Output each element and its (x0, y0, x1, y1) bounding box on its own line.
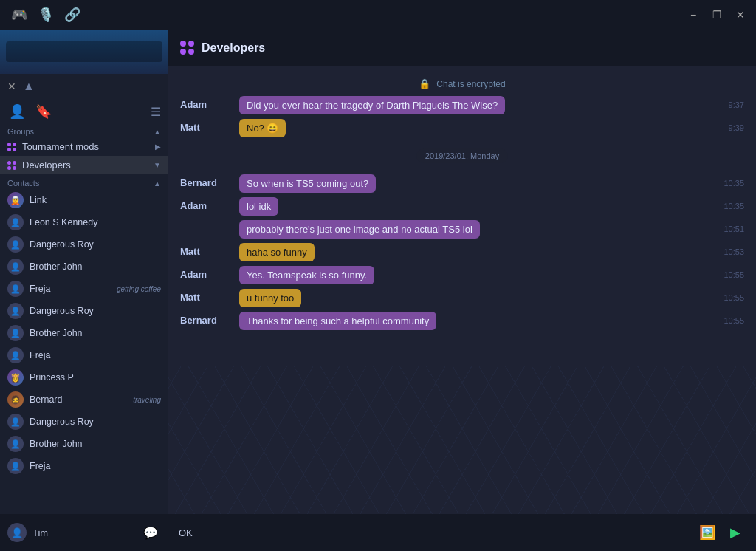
contact-name-brother-john-1: Brother John (30, 261, 83, 272)
close-icon[interactable]: ✕ (7, 81, 16, 92)
contact-item-brother-john-3[interactable]: 👤 Brother John (0, 433, 168, 455)
dot1 (180, 41, 186, 47)
msg-time: 10:51 (707, 220, 744, 233)
self-avatar: 👤 (7, 523, 27, 542)
app-icon-3[interactable]: 🔗 (62, 4, 83, 25)
msg-bubble: probably there's just one image and no a… (239, 220, 480, 239)
group-name-developers: Developers (22, 160, 71, 171)
collapse-icon-2: ▼ (154, 161, 161, 169)
contact-name-leon: Leon S Kennedy (30, 217, 97, 227)
search-input[interactable] (6, 41, 162, 62)
maximize-button[interactable]: ❐ (710, 8, 724, 21)
msg-time: 10:35 (707, 197, 744, 211)
avatar-leon: 👤 (7, 214, 24, 230)
contact-item-leon[interactable]: 👤 Leon S Kennedy (0, 211, 168, 233)
sidebar: ✕ ▲ 👤 🔖 ☰ Groups ▲ Tournament mods ▶ (0, 30, 168, 551)
contacts-chevron-icon[interactable]: ▲ (154, 179, 161, 188)
minimize-button[interactable]: − (687, 8, 700, 21)
app-icon-1[interactable]: 🎮 (9, 4, 30, 25)
groups-label: Groups (7, 127, 34, 136)
msg-content: Yes. Teamspeak is so funny. (239, 266, 707, 284)
avatar-dangerous-roy-2: 👤 (7, 303, 24, 319)
sidebar-list: Tournament mods ▶ Developers ▼ Contacts … (0, 137, 168, 514)
titlebar: 🎮 🎙️ 🔗 − ❐ ✕ (0, 0, 756, 30)
contact-name-brother-john-2: Brother John (30, 328, 83, 338)
close-button[interactable]: ✕ (734, 8, 747, 21)
msg-content: Thanks for being such a helpful communit… (239, 312, 707, 330)
contact-item-link[interactable]: 🧝 Link (0, 189, 168, 211)
msg-content: probably there's just one image and no a… (239, 220, 707, 239)
contact-name-freja-3: Freja (30, 461, 50, 471)
sidebar-icon-row: 👤 🔖 ☰ (0, 99, 168, 124)
chat-title: Developers (202, 41, 265, 55)
contact-name-dangerous-roy-3: Dangerous Roy (30, 417, 94, 427)
encrypted-notice: 🔒 Chat is encrypted (168, 74, 756, 94)
titlebar-app-icons: 🎮 🎙️ 🔗 (9, 4, 83, 25)
msg-sender-matt-3: Matt (180, 289, 239, 303)
msg-bubble: u funny too (239, 289, 301, 307)
table-row: Adam lol idk 10:35 (168, 195, 756, 218)
contact-item-freja-3[interactable]: 👤 Freja (0, 455, 168, 477)
msg-content: No? 😄 (239, 119, 707, 137)
menu-icon[interactable]: ☰ (151, 105, 161, 119)
contact-item-brother-john-2[interactable]: 👤 Brother John (0, 322, 168, 344)
table-row: Matt No? 😄 9:39 (168, 117, 756, 140)
contact-name-freja-2: Freja (30, 350, 50, 360)
chat-input-area: 🖼️ ▶ (168, 514, 756, 551)
freja-status-1: getting coffee (117, 285, 161, 293)
avatar-dangerous-roy-3: 👤 (7, 414, 24, 430)
contact-item-dangerous-roy-2[interactable]: 👤 Dangerous Roy (0, 300, 168, 322)
msg-content: So when is TS5 coming out? (239, 174, 707, 193)
msg-content: lol idk (239, 197, 707, 216)
chat-input[interactable] (179, 527, 690, 538)
contact-item-bernard[interactable]: 🧔 Bernard traveling (0, 389, 168, 411)
sidebar-item-developers[interactable]: Developers ▼ (0, 156, 168, 174)
msg-sender-adam-2: Adam (180, 197, 239, 211)
contact-name-bernard: Bernard (30, 394, 62, 405)
contact-name-brother-john-3: Brother John (30, 439, 83, 449)
avatar-freja-3: 👤 (7, 458, 24, 474)
msg-bubble: haha so funny (239, 243, 315, 261)
user-icon[interactable]: 👤 (7, 102, 27, 121)
chat-header: Developers (168, 30, 756, 66)
groups-chevron-icon[interactable]: ▲ (154, 128, 161, 136)
sidebar-bottom: 👤 Tim 💬 (0, 514, 168, 551)
date-divider-container: 2019/23/01, Monday (168, 140, 756, 172)
msg-content: u funny too (239, 289, 707, 307)
contact-item-freja-2[interactable]: 👤 Freja (0, 344, 168, 366)
msg-sender-bernard-2: Bernard (180, 312, 239, 326)
contact-item-princess[interactable]: 👸 Princess P (0, 366, 168, 389)
group-icon-2 (7, 161, 16, 170)
msg-time: 10:55 (707, 289, 744, 302)
avatar-princess: 👸 (7, 369, 24, 386)
sidebar-item-tournament-mods[interactable]: Tournament mods ▶ (0, 137, 168, 156)
avatar-brother-john-1: 👤 (7, 259, 24, 275)
group-name-tournament-mods: Tournament mods (22, 141, 99, 152)
chat-messages[interactable]: 🔒 Chat is encrypted Adam Did you ever he… (168, 66, 756, 514)
bookmark-icon[interactable]: 🔖 (34, 102, 53, 121)
table-row: Bernard So when is TS5 coming out? 10:35 (168, 172, 756, 195)
avatar-freja-1: 👤 (7, 281, 24, 297)
contact-item-freja-1[interactable]: 👤 Freja getting coffee (0, 278, 168, 300)
contact-item-dangerous-roy-3[interactable]: 👤 Dangerous Roy (0, 411, 168, 433)
table-row: Bernard Thanks for being such a helpful … (168, 309, 756, 332)
msg-bubble: Did you ever hear the tragedy of Darth P… (239, 96, 505, 114)
contacts-section-header: Contacts ▲ (0, 174, 168, 189)
contact-item-brother-john-1[interactable]: 👤 Brother John (0, 256, 168, 278)
msg-bubble: Thanks for being such a helpful communit… (239, 312, 436, 330)
scroll-up-icon[interactable]: ▲ (21, 78, 37, 95)
msg-content: Did you ever hear the tragedy of Darth P… (239, 96, 707, 114)
send-button[interactable]: ▶ (725, 522, 746, 543)
dot2 (188, 41, 194, 47)
msg-bubble: lol idk (239, 197, 278, 216)
msg-sender-matt-1: Matt (180, 119, 239, 133)
msg-time: 10:55 (707, 312, 744, 325)
sidebar-toolbar: ✕ ▲ (0, 74, 168, 99)
self-chat-button[interactable]: 💬 (140, 522, 161, 543)
image-attach-button[interactable]: 🖼️ (697, 522, 718, 543)
contact-name-freja-1: Freja (30, 284, 50, 294)
date-divider: 2019/23/01, Monday (416, 148, 508, 163)
avatar-freja-2: 👤 (7, 347, 24, 363)
app-icon-2[interactable]: 🎙️ (35, 4, 56, 25)
contact-item-dangerous-roy-1[interactable]: 👤 Dangerous Roy (0, 233, 168, 256)
